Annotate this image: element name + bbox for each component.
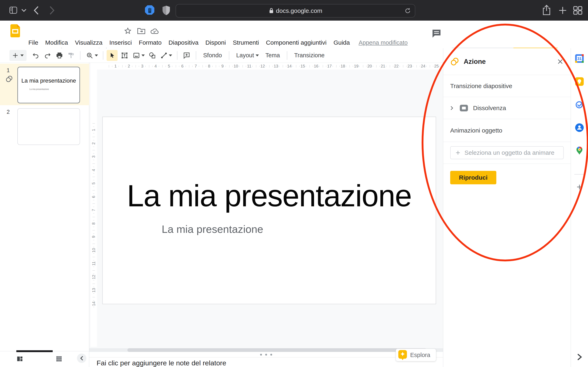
share-icon[interactable]: [542, 4, 551, 16]
motion-panel: Azione Transizione diapositive Dissolven…: [443, 48, 571, 367]
menu-item[interactable]: Componenti aggiuntivi: [263, 39, 330, 46]
motion-icon: [450, 57, 459, 66]
slide-title-text[interactable]: La mia presentazione: [103, 178, 436, 213]
speaker-notes-placeholder: Fai clic per aggiungere le note del rela…: [96, 359, 226, 367]
redo-icon[interactable]: [44, 52, 51, 59]
reload-icon[interactable]: [404, 7, 411, 15]
select-tool-active[interactable]: [107, 50, 118, 61]
grid-view-icon[interactable]: [56, 355, 62, 362]
star-icon[interactable]: [124, 27, 132, 35]
tasks-icon[interactable]: [575, 100, 584, 109]
back-button[interactable]: [33, 6, 39, 15]
notes-resize-handle[interactable]: [89, 352, 443, 358]
filmstrip-slide-2[interactable]: 2: [0, 105, 89, 147]
keep-icon[interactable]: [575, 77, 584, 86]
transition-row[interactable]: Dissolvenza: [443, 97, 571, 119]
maps-icon[interactable]: [575, 146, 584, 155]
sidebar-divider: [574, 174, 585, 175]
object-animations-section-label: Animazioni oggetto: [443, 119, 571, 142]
insert-image-icon[interactable]: [133, 52, 140, 59]
menu-item[interactable]: Diapositiva: [165, 39, 202, 46]
zoom-dropdown-caret[interactable]: [95, 54, 98, 57]
last-edit-status[interactable]: Appena modificato: [359, 39, 407, 46]
slide-transition-section-label: Transizione diapositive: [443, 75, 571, 97]
svg-text:31: 31: [577, 57, 582, 61]
comments-icon[interactable]: [431, 28, 442, 39]
hide-side-panel-icon[interactable]: [576, 354, 582, 360]
add-addon-icon[interactable]: [576, 184, 583, 191]
horizontal-ruler: 1234567891011121314151617181920212223242…: [97, 63, 443, 69]
transition-applied-icon: [5, 75, 13, 83]
menu-item[interactable]: Visualizza: [71, 39, 106, 46]
address-bar[interactable]: docs.google.com: [176, 4, 415, 17]
menu-item[interactable]: Disponi: [202, 39, 229, 46]
forward-button[interactable]: [49, 6, 55, 15]
collapse-filmstrip-button[interactable]: [77, 354, 86, 363]
filmstrip-footer: [0, 351, 89, 367]
menu-item[interactable]: File: [25, 39, 42, 46]
layout-button[interactable]: Layout: [233, 52, 259, 59]
insert-shape-icon[interactable]: [149, 52, 156, 59]
line-dropdown-caret[interactable]: [169, 54, 172, 57]
slide-number: 1: [4, 67, 12, 74]
app-header: Presentazione senza titolo FileModificaV…: [0, 21, 588, 48]
explore-button[interactable]: Esplora: [396, 349, 436, 361]
textbox-icon[interactable]: [121, 52, 128, 59]
tab-overview-icon[interactable]: [573, 6, 583, 15]
canvas-area: 1234567891011121314151617181920212223242…: [89, 63, 443, 367]
theme-button[interactable]: Tema: [262, 52, 284, 59]
sidebar-toggle-icon[interactable]: [9, 6, 17, 14]
horizontal-scrollbar-track[interactable]: [89, 348, 443, 352]
new-slide-button[interactable]: [9, 50, 26, 61]
undo-icon[interactable]: [32, 52, 39, 59]
transition-name: Dissolvenza: [473, 105, 506, 111]
print-icon[interactable]: [56, 52, 63, 59]
speaker-notes-area[interactable]: Fai clic per aggiungere le note del rela…: [89, 358, 443, 367]
menu-items: FileModificaVisualizzaInserisciFormatoDi…: [25, 39, 353, 46]
ruler-corner: [90, 63, 97, 69]
zoom-icon[interactable]: [86, 52, 93, 59]
google-side-panel: 31: [571, 48, 588, 367]
active-view-indicator: [16, 350, 53, 352]
filmstrip-slide-1[interactable]: 1 La mia presentazione La mia presentazi…: [0, 64, 89, 105]
cloud-saved-icon[interactable]: [150, 27, 159, 34]
horizontal-scrollbar-thumb[interactable]: [127, 348, 427, 352]
select-object-button[interactable]: Seleziona un oggetto da animare: [450, 146, 564, 159]
browser-chrome: docs.google.com: [0, 0, 588, 21]
panel-title: Azione: [464, 58, 486, 66]
extension-adblock-icon[interactable]: [145, 5, 155, 16]
menu-item[interactable]: Guida: [330, 39, 353, 46]
calendar-icon[interactable]: 31: [575, 54, 584, 63]
menu-item[interactable]: Formato: [135, 39, 165, 46]
toolbar-divider: [103, 51, 103, 60]
thumbnail-subtitle: La mia presentazione: [29, 88, 49, 90]
play-animations-button[interactable]: Riproduci: [450, 171, 496, 184]
slide-canvas[interactable]: La mia presentazione La mia presentazion…: [102, 117, 436, 304]
toolbar-divider: [177, 51, 177, 60]
insert-comment-icon[interactable]: [183, 52, 190, 59]
toolbar-divider: [196, 51, 196, 60]
contacts-icon[interactable]: [575, 123, 584, 132]
slides-logo-icon[interactable]: [10, 24, 20, 37]
image-dropdown-caret[interactable]: [141, 54, 145, 57]
menu-item[interactable]: Modifica: [42, 39, 71, 46]
expand-chevron-icon[interactable]: [449, 105, 455, 111]
menu-item[interactable]: Strumenti: [229, 39, 262, 46]
filmstrip-view-icon[interactable]: [16, 355, 23, 362]
slide-subtitle-text[interactable]: La mia presentazione: [162, 223, 263, 235]
menu-item[interactable]: Inserisci: [106, 39, 135, 46]
background-button[interactable]: Sfondo: [199, 52, 226, 59]
paint-format-icon[interactable]: [68, 52, 75, 59]
extension-shield-icon[interactable]: [162, 5, 171, 16]
new-tab-icon[interactable]: [558, 6, 567, 15]
slide-2-thumbnail[interactable]: [17, 108, 80, 145]
move-folder-icon[interactable]: [137, 27, 145, 34]
slide-1-thumbnail[interactable]: La mia presentazione La mia presentazion…: [17, 67, 80, 103]
toolbar-divider: [287, 51, 287, 60]
slide-thumb-icon: [459, 104, 468, 112]
transition-button[interactable]: Transizione: [291, 52, 328, 59]
explore-label: Esplora: [410, 352, 430, 359]
close-panel-icon[interactable]: [557, 58, 564, 65]
insert-line-icon[interactable]: [160, 52, 167, 59]
chevron-down-icon[interactable]: [21, 8, 26, 12]
